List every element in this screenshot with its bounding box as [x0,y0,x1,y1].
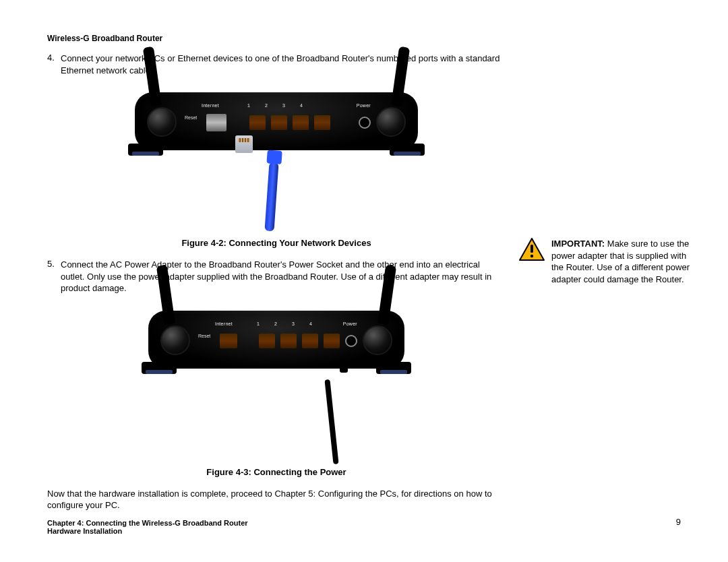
page-footer: Chapter 4: Connecting the Wireless-G Bro… [47,519,681,535]
lan-port-4-icon-2 [324,334,340,348]
step-4: 4. Connect your network PCs or Ethernet … [47,53,506,76]
figure-4-3-image: Reset Internet 1 2 3 4 Power [108,311,445,463]
router-foot-right [390,144,425,156]
label-port-1: 1 [240,103,257,108]
page-number: 9 [676,517,681,527]
power-jack-icon-2 [345,335,357,347]
antenna-base-right-icon [376,107,406,137]
internet-port-icon-2 [220,334,237,348]
closing-paragraph: Now that the hardware installation is co… [47,488,506,511]
label-port-2: 2 [257,103,275,108]
step-5-number: 5. [47,259,61,294]
router-foot-right-2 [376,362,411,374]
lan-port-2-icon [271,115,287,130]
important-note: IMPORTANT: Make sure to use the power ad… [519,238,693,285]
step-4-text: Connect your network PCs or Ethernet dev… [61,53,506,76]
antenna-base-right-icon-2 [363,325,392,355]
figure-4-2-caption: Figure 4-2: Connecting Your Network Devi… [47,238,506,248]
power-jack-icon [359,117,371,129]
label-power: Power [344,103,371,108]
step-5: 5. Connect the AC Power Adapter to the B… [47,259,506,294]
label-port-3: 3 [275,103,293,108]
header-title: Wireless-G Broadband Router [47,34,162,43]
label-port-1b: 1 [249,321,267,326]
label-port-4b: 4 [302,321,320,326]
router-foot-left [128,144,163,156]
svg-point-2 [530,255,533,257]
important-lead: IMPORTANT: [551,239,605,249]
svg-rect-1 [530,245,533,253]
lan-port-4-icon [314,115,330,130]
lan-port-2-icon-2 [280,334,297,348]
label-port-3b: 3 [284,321,302,326]
important-note-text: IMPORTANT: Make sure to use the power ad… [551,238,693,285]
lan-port-3-icon [293,115,309,130]
footer-chapter: Chapter 4: Connecting the Wireless-G Bro… [47,519,681,527]
power-plug-icon [340,359,348,373]
lan-port-1-icon [249,115,266,130]
label-port-2b: 2 [267,321,284,326]
lan-port-1-icon-2 [259,334,275,348]
port-label-row-2: Internet 1 2 3 4 Power [195,321,357,326]
step-5-text: Connect the AC Power Adapter to the Broa… [61,259,506,294]
ethernet-cable-icon [264,162,278,232]
router-body-2: Reset Internet 1 2 3 4 Power [148,311,404,369]
document-header: Wireless-G Broadband Router [47,34,162,43]
port-row [193,111,371,134]
main-column: 4. Connect your network PCs or Ethernet … [47,53,506,511]
label-power-2: Power [330,321,357,326]
router-foot-left-2 [142,362,177,374]
internet-port-icon [206,114,226,131]
footer-section: Hardware Installation [47,527,681,535]
step-4-number: 4. [47,53,61,76]
warning-icon [519,238,545,261]
label-port-4: 4 [293,103,310,108]
antenna-base-left-icon-2 [160,325,190,355]
label-internet-2: Internet [206,321,241,326]
port-label-row: Internet 1 2 3 4 Power [182,103,371,108]
ethernet-plug-icon [235,135,253,153]
figure-4-2-image: Reset Internet 1 2 3 4 Power [108,92,445,234]
figure-4-3-caption: Figure 4-3: Connecting the Power [47,467,506,477]
port-row-2 [206,330,357,352]
power-cable-icon [324,379,338,464]
router-body: Reset Internet 1 2 3 4 Power [135,92,418,150]
antenna-base-left-icon [147,107,177,137]
lan-port-3-icon-2 [302,334,318,348]
label-internet: Internet [193,103,228,108]
